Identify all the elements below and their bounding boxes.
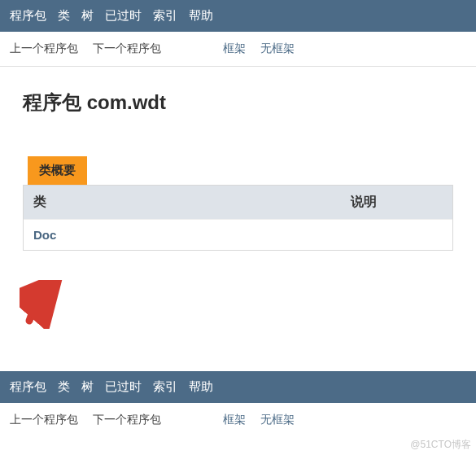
nav-item-help-bottom[interactable]: 帮助 bbox=[189, 379, 213, 395]
prev-package-link[interactable]: 上一个程序包 bbox=[10, 42, 78, 56]
class-desc-cell bbox=[341, 219, 452, 250]
nav-item-class-bottom[interactable]: 类 bbox=[58, 379, 70, 395]
nav-item-deprecated[interactable]: 已过时 bbox=[105, 8, 142, 24]
watermark-text: @51CTO博客 bbox=[410, 438, 471, 452]
column-header-description: 说明 bbox=[341, 186, 452, 219]
top-subnav: 上一个程序包 下一个程序包 框架 无框架 bbox=[0, 32, 476, 67]
next-package-link[interactable]: 下一个程序包 bbox=[93, 42, 161, 56]
nav-item-tree[interactable]: 树 bbox=[81, 8, 94, 24]
nav-item-package-bottom[interactable]: 程序包 bbox=[10, 379, 46, 395]
table-header-row: 类 说明 bbox=[24, 185, 452, 219]
nav-item-tree-bottom[interactable]: 树 bbox=[81, 379, 94, 395]
package-name: com.wdt bbox=[87, 91, 166, 113]
package-heading: 程序包 com.wdt bbox=[23, 90, 453, 116]
nav-item-package[interactable]: 程序包 bbox=[10, 8, 46, 24]
bottom-subnav: 上一个程序包 下一个程序包 框架 无框架 bbox=[0, 403, 476, 437]
class-link-doc[interactable]: Doc bbox=[33, 228, 56, 242]
nav-item-deprecated-bottom[interactable]: 已过时 bbox=[105, 379, 142, 395]
frames-link-bottom[interactable]: 框架 bbox=[223, 413, 246, 427]
prev-package-link-bottom[interactable]: 上一个程序包 bbox=[10, 413, 78, 427]
column-header-class: 类 bbox=[24, 186, 341, 219]
noframes-link-bottom[interactable]: 无框架 bbox=[260, 413, 295, 427]
noframes-link[interactable]: 无框架 bbox=[260, 42, 295, 56]
bottom-navbar: 程序包 类 树 已过时 索引 帮助 bbox=[0, 371, 476, 403]
nav-item-help[interactable]: 帮助 bbox=[189, 8, 213, 24]
table-row: Doc bbox=[24, 219, 452, 250]
class-summary-tab[interactable]: 类概要 bbox=[28, 156, 87, 185]
nav-item-index-bottom[interactable]: 索引 bbox=[153, 379, 177, 395]
frames-link[interactable]: 框架 bbox=[223, 42, 246, 56]
class-name-cell: Doc bbox=[24, 219, 341, 250]
content-area: 程序包 com.wdt 类概要 类 说明 Doc bbox=[0, 67, 476, 311]
top-navbar: 程序包 类 树 已过时 索引 帮助 bbox=[0, 0, 476, 32]
next-package-link-bottom[interactable]: 下一个程序包 bbox=[93, 413, 161, 427]
package-title-prefix: 程序包 bbox=[23, 91, 87, 113]
class-summary-table: 类 说明 Doc bbox=[23, 185, 453, 251]
nav-item-class[interactable]: 类 bbox=[58, 8, 70, 24]
nav-item-index[interactable]: 索引 bbox=[153, 8, 177, 24]
